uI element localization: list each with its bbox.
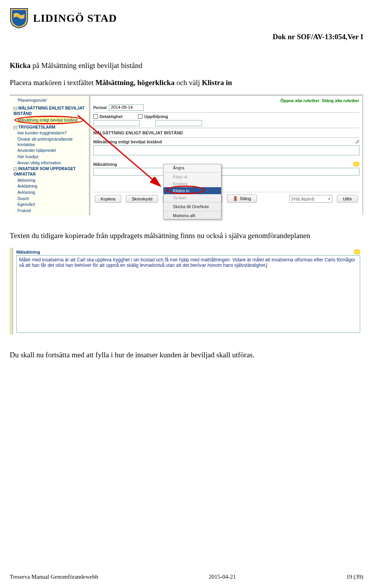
end-paragraph: Du skall nu fortsätta med att fylla i hu… bbox=[10, 350, 363, 360]
expand-icon[interactable] bbox=[356, 140, 359, 144]
form-panel: Öppna alla rubriker Stäng alla rubriker … bbox=[89, 96, 363, 215]
intro-p2-suffix: och välj bbox=[174, 78, 202, 87]
menu-onenote[interactable]: Skicka till OneNote bbox=[164, 203, 221, 210]
tree-item[interactable]: 'Planeringsmöte' bbox=[17, 97, 89, 104]
collapse-icon[interactable]: − bbox=[14, 126, 17, 129]
ss2-panel: Målsättning Målet med insatserna är att … bbox=[13, 248, 363, 334]
open-all-link[interactable]: Öppna alla rubriker bbox=[280, 98, 319, 103]
screenshot-1: 'Planeringsmöte' −MÅLSÄTTNING ENLIGT BEV… bbox=[10, 94, 363, 215]
result-textarea[interactable]: Målet med insatserna är att Carl ska upp… bbox=[16, 255, 360, 333]
tree-label: TRYGGHETSLARM bbox=[18, 125, 55, 129]
action-dropdown[interactable]: [Välj åtgärd] bbox=[289, 195, 332, 203]
intro-klicka: Klicka bbox=[10, 61, 31, 70]
screenshot-2: Målsättning Målet med insatserna är att … bbox=[10, 248, 363, 334]
menu-selectall[interactable]: Markera allt bbox=[164, 212, 221, 219]
comment-icon[interactable] bbox=[354, 249, 360, 254]
org-name: LIDINGÖ STAD bbox=[33, 12, 117, 24]
svg-line-0 bbox=[78, 115, 159, 185]
ss2-title: Målsättning bbox=[16, 250, 40, 254]
result-text: Målet med insatserna är att Carl ska upp… bbox=[19, 257, 356, 268]
stang-button[interactable]: 🚪Stäng bbox=[227, 195, 257, 203]
collapse-icon[interactable]: − bbox=[14, 167, 17, 171]
red-arrow bbox=[74, 111, 175, 197]
footer-date: 2015-04-21 bbox=[209, 574, 236, 580]
tree-item[interactable]: Egenvård bbox=[17, 202, 89, 208]
rubrik-links: Öppna alla rubriker Stäng alla rubriker bbox=[93, 98, 359, 103]
intro-p2-mid: Målsättning, högerklicka bbox=[96, 78, 175, 87]
door-icon: 🚪 bbox=[233, 196, 238, 201]
collapse-icon[interactable]: − bbox=[14, 107, 17, 110]
intro-p2-prefix: Placera markören i textfältet bbox=[10, 78, 96, 87]
caret bbox=[267, 263, 267, 268]
shield-icon bbox=[10, 8, 28, 29]
period-field[interactable]: 2014-08-14 bbox=[109, 104, 144, 111]
footer-title: Treserva Manual Genomförandewebb bbox=[10, 574, 98, 580]
tree-item[interactable]: Frukost bbox=[17, 208, 89, 214]
tree-item-highlighted[interactable]: Målsättning enligt beviljat bistånd bbox=[17, 117, 78, 124]
comment-icon[interactable] bbox=[353, 162, 359, 167]
tree-label: INSATSER SOM UPPDRAGET OMFATTAR bbox=[14, 166, 76, 176]
close-all-link[interactable]: Stäng alla rubriker bbox=[322, 98, 359, 103]
period-label: Period bbox=[93, 105, 106, 110]
mid-paragraph: Texten du tidigare kopierade från uppdra… bbox=[10, 231, 363, 241]
page-footer: Treserva Manual Genomförandewebb 2015-04… bbox=[10, 574, 363, 580]
doc-number: Dok nr SOF/AV-13:054,Ver I bbox=[10, 33, 363, 41]
header-logo-row: LIDINGÖ STAD bbox=[10, 8, 363, 29]
intro-p2-end: Klistra in bbox=[202, 78, 232, 87]
intro-p1-rest: på Målsättning enligt beviljat bistånd bbox=[31, 61, 143, 70]
footer-page: 19 (39) bbox=[346, 574, 363, 580]
intro-line-2: Placera markören i textfältet Målsättnin… bbox=[10, 78, 363, 88]
utfor-button[interactable]: Utför bbox=[337, 195, 358, 203]
stang-label: Stäng bbox=[240, 196, 251, 201]
intro-line-1: Klicka på Målsättning enligt beviljat bi… bbox=[10, 61, 363, 71]
